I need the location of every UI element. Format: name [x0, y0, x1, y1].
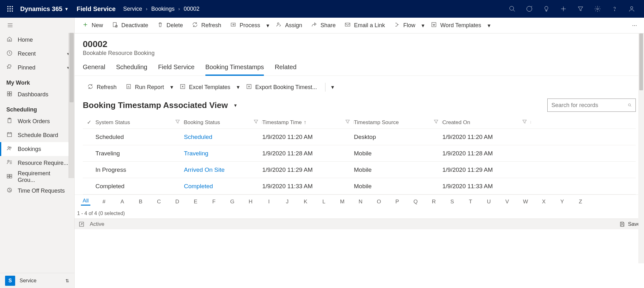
nav-resource-require-[interactable]: Resource Require...	[0, 156, 74, 170]
cmd-chevron[interactable]: ▾	[420, 19, 426, 32]
alpha-E[interactable]: E	[191, 199, 200, 205]
tab-field-service[interactable]: Field Service	[158, 61, 195, 75]
tab-general[interactable]: General	[83, 61, 105, 75]
alpha-All[interactable]: All	[81, 198, 90, 206]
cmd-chevron[interactable]: ▾	[235, 81, 241, 93]
alpha-Q[interactable]: Q	[411, 199, 420, 205]
nav-schedule-board[interactable]: Schedule Board	[0, 128, 74, 142]
cmd-delete[interactable]: Delete	[153, 19, 187, 32]
cmd-process[interactable]: Process	[226, 19, 264, 32]
task-icon[interactable]	[521, 0, 538, 18]
search-icon[interactable]	[504, 0, 521, 18]
nav-bookings[interactable]: Bookings	[0, 142, 74, 156]
alpha-T[interactable]: T	[466, 199, 475, 205]
alpha-S[interactable]: S	[447, 199, 457, 205]
brand-switcher[interactable]: Dynamics 365 ▾	[20, 5, 68, 13]
cmd-refresh[interactable]: Refresh	[187, 19, 226, 32]
subcmd-run-report[interactable]: Run Report	[121, 81, 168, 93]
content-scrollbar[interactable]	[638, 33, 644, 263]
tab-scheduling[interactable]: Scheduling	[116, 61, 147, 75]
filter-icon[interactable]	[433, 118, 439, 126]
tab-booking-timestamps[interactable]: Booking Timestamps	[205, 61, 264, 76]
filter-icon[interactable]	[253, 118, 259, 126]
filter-icon[interactable]	[174, 118, 181, 126]
user-icon[interactable]	[623, 0, 640, 18]
grid-row[interactable]: In ProgressArrived On Site1/9/2020 11:29…	[83, 162, 636, 178]
cell-booking-status[interactable]: Traveling	[184, 150, 262, 157]
subcmd-export-booking-timest-[interactable]: Export Booking Timest...	[241, 81, 321, 93]
col-header-timestamp-source[interactable]: Timestamp Source	[354, 118, 442, 126]
alpha-B[interactable]: B	[136, 199, 145, 205]
alpha-P[interactable]: P	[392, 199, 402, 205]
alpha-G[interactable]: G	[228, 199, 237, 205]
alpha-W[interactable]: W	[521, 199, 530, 205]
grid-row[interactable]: ScheduledScheduled1/9/2020 11:20 AMDeskt…	[83, 129, 636, 145]
app-launcher-icon[interactable]	[4, 6, 16, 12]
alpha-M[interactable]: M	[337, 199, 347, 205]
sidebar-toggle[interactable]	[0, 18, 74, 33]
nav-dashboards[interactable]: Dashboards	[0, 87, 74, 101]
alpha-O[interactable]: O	[374, 199, 384, 205]
alpha-K[interactable]: K	[301, 199, 310, 205]
cmd-chevron[interactable]: ▾	[486, 19, 492, 32]
grid-row[interactable]: TravelingTraveling1/9/2020 11:28 AMMobil…	[83, 145, 636, 162]
alpha-I[interactable]: I	[264, 199, 274, 205]
filter-icon[interactable]	[572, 0, 589, 18]
search-input[interactable]	[551, 102, 625, 109]
cmd-share[interactable]: Share	[307, 19, 340, 32]
save-button[interactable]: Save	[619, 221, 640, 227]
alpha-A[interactable]: A	[118, 199, 127, 205]
overflow-button[interactable]: ⋯	[628, 22, 641, 28]
alpha-N[interactable]: N	[356, 199, 365, 205]
grid-search[interactable]	[547, 99, 636, 112]
cmd-flow[interactable]: Flow	[389, 19, 420, 32]
alpha-J[interactable]: J	[283, 199, 292, 205]
alpha-R[interactable]: R	[429, 199, 439, 205]
select-all-checkbox[interactable]: ✓	[83, 119, 95, 126]
alpha-F[interactable]: F	[209, 199, 219, 205]
popout-icon[interactable]	[78, 221, 85, 227]
cmd-deactivate[interactable]: Deactivate	[107, 19, 153, 32]
add-icon[interactable]	[555, 0, 572, 18]
nav-work-orders[interactable]: Work Orders	[0, 114, 74, 128]
nav-pinned[interactable]: Pinned▾	[0, 61, 74, 75]
cmd-word-templates[interactable]: Word Templates	[426, 19, 485, 32]
alpha-D[interactable]: D	[173, 199, 182, 205]
alpha-Z[interactable]: Z	[576, 199, 585, 205]
breadcrumb-item[interactable]: 00002	[184, 6, 199, 12]
nav-requirement-grou-[interactable]: Requirement Grou...	[0, 170, 74, 184]
gear-icon[interactable]	[589, 0, 606, 18]
alpha-V[interactable]: V	[502, 199, 512, 205]
alpha-Y[interactable]: Y	[557, 199, 567, 205]
view-selector-chevron[interactable]: ▾	[234, 102, 237, 108]
cell-booking-status[interactable]: Scheduled	[184, 134, 262, 141]
col-header-timestamp-time[interactable]: Timestamp Time↑	[262, 118, 354, 126]
cmd-new[interactable]: New	[78, 19, 107, 32]
more-commands-chevron[interactable]: ▾	[329, 81, 336, 93]
tab-related[interactable]: Related	[275, 61, 296, 75]
alpha-U[interactable]: U	[484, 199, 494, 205]
cell-booking-status[interactable]: Completed	[184, 183, 262, 190]
grid-row[interactable]: CompletedCompleted1/9/2020 11:33 AMMobil…	[83, 178, 636, 195]
lightbulb-icon[interactable]	[538, 0, 555, 18]
breadcrumb-item[interactable]: Bookings	[151, 6, 175, 12]
nav-recent[interactable]: Recent▾	[0, 47, 74, 61]
alpha-C[interactable]: C	[154, 199, 164, 205]
breadcrumb-item[interactable]: Service	[123, 6, 142, 12]
cmd-chevron[interactable]: ▾	[264, 19, 271, 32]
col-header-system-status[interactable]: System Status	[95, 118, 184, 126]
area-switcher[interactable]: S Service ⇅	[0, 273, 74, 288]
cell-booking-status[interactable]: Arrived On Site	[184, 166, 262, 173]
alpha-L[interactable]: L	[319, 199, 329, 205]
alpha-H[interactable]: H	[246, 199, 255, 205]
col-header-created-on[interactable]: Created On	[442, 118, 531, 126]
filter-icon[interactable]	[521, 118, 528, 126]
alpha-#[interactable]: #	[99, 199, 109, 205]
cmd-assign[interactable]: Assign	[271, 19, 307, 32]
nav-time-off-requests[interactable]: Time Off Requests	[0, 184, 74, 198]
cmd-email-a-link[interactable]: Email a Link	[340, 19, 389, 32]
sidebar-scrollbar[interactable]	[69, 33, 74, 178]
col-header-booking-status[interactable]: Booking Status	[184, 118, 262, 126]
nav-home[interactable]: Home	[0, 33, 74, 47]
subcmd-excel-templates[interactable]: Excel Templates	[175, 81, 235, 93]
